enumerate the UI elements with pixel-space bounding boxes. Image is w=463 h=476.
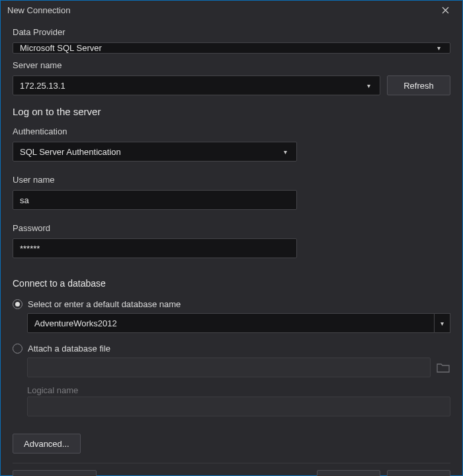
username-value: sa: [20, 195, 29, 205]
database-name-dropdown-button[interactable]: ▾: [435, 313, 450, 333]
authentication-select[interactable]: SQL Server Authentication ▾: [13, 142, 297, 162]
browse-file-button: [436, 361, 450, 373]
attach-file-path-input: [27, 357, 431, 377]
authentication-value: SQL Server Authentication: [20, 147, 121, 157]
database-name-value: AdventureWorks2012: [34, 318, 117, 328]
titlebar: New Connection: [1, 1, 462, 19]
new-connection-dialog: New Connection Data Provider Microsoft S…: [0, 0, 463, 476]
server-name-label: Server name: [13, 60, 450, 70]
username-label: User name: [13, 175, 450, 185]
password-value: ******: [20, 244, 40, 254]
radio-select-db[interactable]: [13, 299, 22, 309]
logical-name-input: [27, 397, 450, 416]
database-name-select[interactable]: AdventureWorks2012: [27, 313, 435, 333]
chevron-down-icon: ▾: [280, 147, 290, 156]
data-provider-select[interactable]: Microsoft SQL Server ▾: [13, 42, 450, 54]
password-label: Password: [13, 223, 450, 233]
option-attach-file[interactable]: Attach a database file: [13, 344, 450, 354]
cancel-button[interactable]: Cancel: [387, 470, 450, 476]
data-provider-value: Microsoft SQL Server: [20, 43, 102, 53]
close-button[interactable]: [432, 1, 458, 19]
option-select-db[interactable]: Select or enter a default database name: [13, 299, 450, 309]
username-input[interactable]: sa: [13, 190, 297, 210]
test-connection-button[interactable]: Test Connection: [13, 470, 97, 476]
ok-button[interactable]: OK: [317, 470, 380, 476]
server-name-value: 172.25.13.1: [20, 81, 65, 91]
chevron-down-icon: ▾: [364, 81, 373, 90]
window-title: New Connection: [7, 5, 432, 15]
folder-icon: [437, 362, 450, 373]
data-provider-label: Data Provider: [13, 27, 450, 37]
advanced-button[interactable]: Advanced...: [13, 434, 81, 453]
logical-name-label: Logical name: [27, 385, 450, 395]
connect-db-heading: Connect to a database: [13, 278, 450, 289]
option-attach-file-label: Attach a database file: [28, 344, 110, 354]
password-input[interactable]: ******: [13, 238, 297, 258]
close-icon: [442, 7, 449, 14]
server-name-select[interactable]: 172.25.13.1 ▾: [13, 75, 380, 95]
refresh-button[interactable]: Refresh: [387, 75, 450, 95]
separator: [13, 463, 450, 463]
option-select-db-label: Select or enter a default database name: [28, 299, 181, 309]
chevron-down-icon: ▾: [441, 320, 444, 327]
chevron-down-icon: ▾: [434, 44, 443, 53]
logon-heading: Log on to the server: [13, 106, 450, 117]
authentication-label: Authentication: [13, 126, 450, 136]
radio-attach-file[interactable]: [13, 344, 22, 354]
